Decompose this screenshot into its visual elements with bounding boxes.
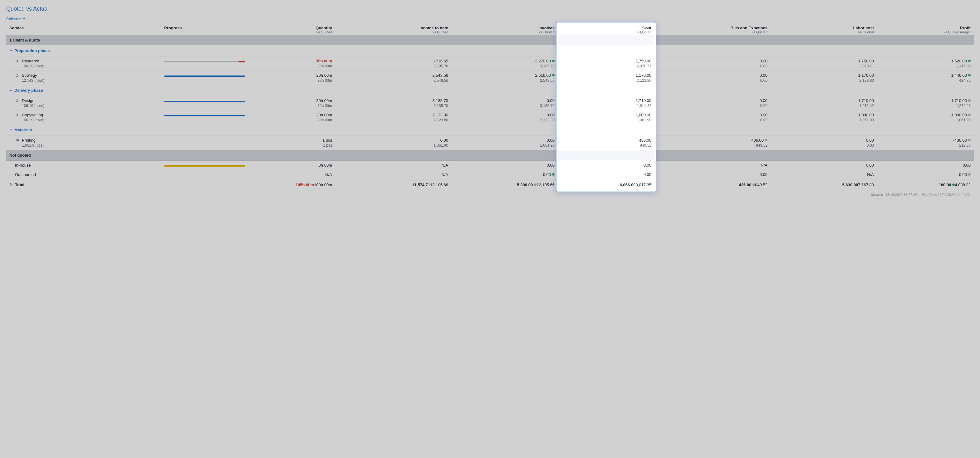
table-cell: 1,170.002,123.80 — [558, 71, 654, 85]
service-name: Printing — [22, 138, 44, 143]
svg-point-2 — [16, 99, 18, 100]
service-rate: 106.19 (hour) — [22, 118, 44, 122]
table-cell: -180.004,088.32 — [877, 180, 974, 191]
table-cell: 0.00 — [451, 170, 558, 180]
table-cell: 1,000.001,061.90 — [771, 110, 877, 125]
table-cell: 0.001,061.90 — [451, 136, 558, 150]
table-cell: 0.000.00 — [654, 96, 771, 110]
progress-cell — [161, 71, 248, 85]
svg-point-0 — [16, 60, 18, 61]
table-cell: 5,886.0012,105.66 — [451, 180, 558, 191]
table-cell: 1 pcs1 pcs — [248, 136, 335, 150]
service-name: Research — [22, 59, 44, 63]
col-service: Service — [6, 24, 161, 35]
table-cell: 105h 00m100h 00m — [248, 180, 335, 191]
chevron-right-icon — [10, 183, 13, 187]
table-row[interactable]: OutsourcedN/AN/A0.000.000.00N/A0.00 — [6, 170, 974, 180]
service-rate: 1,061.9 (pcs) — [22, 143, 44, 148]
table-cell: 0.000.00 — [654, 56, 771, 71]
progress-cell — [161, 170, 248, 180]
total-row[interactable]: Total105h 00m100h 00m11,574.7112,105.665… — [6, 180, 974, 191]
box-icon — [15, 138, 19, 143]
table-cell: 5,630.007,167.83 — [771, 180, 877, 191]
table-cell: 0.000.00 — [654, 71, 771, 85]
meta-footer: Created: 16/10/2021 13:07 AC Modified: 1… — [6, 190, 974, 197]
table-cell: 0.00 — [771, 161, 877, 170]
service-name: Copywriting — [22, 113, 44, 117]
table-cell: 0.00 — [558, 170, 654, 180]
table-cell: 20h 00m20h 00m — [248, 110, 335, 125]
table-cell: 2,548.562,548.56 — [335, 71, 451, 85]
table-cell: N/A — [771, 170, 877, 180]
table-row[interactable]: Copywriting106.19 (hour)20h 00m20h 00m2,… — [6, 110, 974, 125]
table-cell: 11,574.7112,105.66 — [335, 180, 451, 191]
col-invoices: Invoicesvs Quoted — [451, 24, 558, 35]
table-cell: -1,710.001,274.28 — [877, 96, 974, 110]
table-cell: 0.00 — [877, 161, 974, 170]
table-cell: 0.002,123.80 — [451, 110, 558, 125]
table-row[interactable]: Design106.19 (hour)30h 00m30h 00m3,185.7… — [6, 96, 974, 110]
chevron-up-icon — [22, 17, 25, 21]
table-cell: 35h 00m30h 00m — [248, 56, 335, 71]
progress-cell — [161, 56, 248, 71]
table-cell: N/A — [248, 170, 335, 180]
table-cell: 1,710.001,911.42 — [558, 96, 654, 110]
phase-row[interactable]: Materials — [6, 124, 974, 136]
service-rate: 106.19 (hour) — [22, 64, 44, 68]
table-cell: 1,750.002,070.71 — [558, 56, 654, 71]
table-cell: 20h 00m20h 00m — [248, 71, 335, 85]
col-bills: Bills and Expensesvs Quoted — [654, 24, 771, 35]
col-cost: Costvs Quoted — [558, 24, 654, 35]
table-cell: 0.001,061.90 — [335, 136, 451, 150]
table-row[interactable]: In-house0h 00mN/A0.000.00N/A0.000.00 — [6, 161, 974, 170]
qva-table: Service Progress Quantityvs Quoted Incom… — [6, 24, 974, 190]
table-row[interactable]: Strategy127.43 (hour)20h 00m20h 00m2,548… — [6, 71, 974, 85]
progress-cell — [161, 136, 248, 150]
table-cell: 0.00 — [558, 161, 654, 170]
table-cell: 0h 00m — [248, 161, 335, 170]
table-cell: 1,170.002,123.80 — [771, 71, 877, 85]
table-cell: 0.00 — [451, 161, 558, 170]
table-cell: 0.003,185.70 — [451, 96, 558, 110]
table-cell: 0.00 — [877, 170, 974, 180]
service-name: Outsourced — [10, 172, 158, 177]
table-cell: 0.000.00 — [771, 136, 877, 150]
table-row[interactable]: Research106.19 (hour)35h 00m30h 00m3,716… — [6, 56, 974, 71]
progress-cell — [161, 110, 248, 125]
service-rate: 106.19 (hour) — [22, 103, 44, 108]
page-title: Quoted vs Actual — [6, 6, 974, 12]
section-header: Not quoted — [6, 150, 974, 161]
table-cell: 0.00 — [654, 170, 771, 180]
table-cell: 3,716.653,185.70 — [335, 56, 451, 71]
table-cell: N/A — [654, 161, 771, 170]
svg-point-3 — [16, 114, 18, 115]
table-cell: 3,270.003,185.70 — [451, 56, 558, 71]
col-income: Income to datevs Quoted — [335, 24, 451, 35]
person-icon — [15, 59, 19, 64]
chevron-down-icon — [10, 127, 13, 132]
phase-row[interactable]: Preparation phase — [6, 45, 974, 56]
person-icon — [15, 73, 19, 78]
service-name: Design — [22, 98, 44, 103]
collapse-toggle[interactable]: Collapse — [6, 17, 25, 21]
col-labor: Labor costvs Quoted — [771, 24, 877, 35]
person-icon — [15, 99, 19, 103]
progress-cell — [161, 161, 248, 170]
table-cell: 436.00849.52 — [654, 180, 771, 191]
progress-cell — [161, 96, 248, 110]
table-cell: -1,000.001,061.90 — [877, 110, 974, 125]
table-cell: 1,520.001,115.00 — [877, 56, 974, 71]
table-cell: 436.00849.52 — [654, 136, 771, 150]
phase-row[interactable]: Delivery phase — [6, 85, 974, 96]
table-cell: 1,750.002,070.71 — [771, 56, 877, 71]
table-cell: 30h 00m30h 00m — [248, 96, 335, 110]
table-row[interactable]: Printing1,061.9 (pcs)1 pcs1 pcs0.001,061… — [6, 136, 974, 150]
table-cell: 2,616.002,548.56 — [451, 71, 558, 85]
table-cell: 0.000.00 — [654, 110, 771, 125]
table-cell: 1,710.001,911.42 — [771, 96, 877, 110]
svg-point-1 — [16, 74, 18, 75]
col-profit: Profitvs Quoted margin — [877, 24, 974, 35]
service-name: Strategy — [22, 73, 44, 78]
table-cell: 6,066.008,017.35 — [558, 180, 654, 191]
person-icon — [15, 113, 19, 118]
